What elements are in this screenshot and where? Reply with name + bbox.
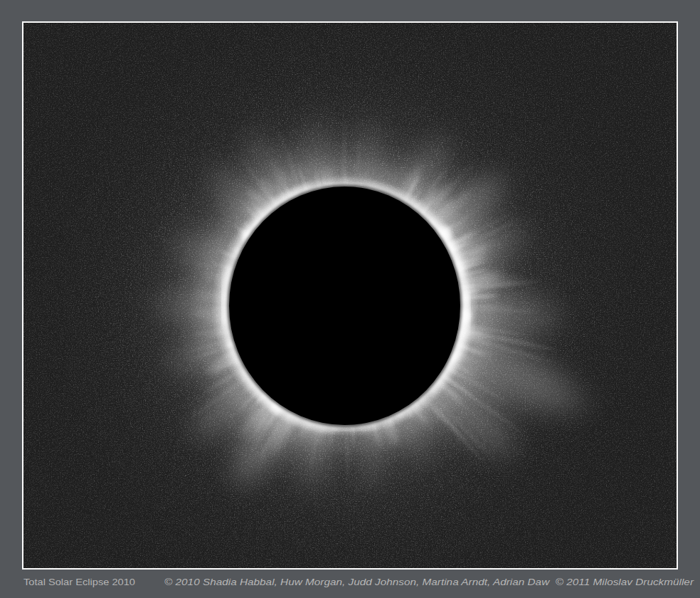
svg-text:© 2010 Shadia Habbal, Huw Morg: © 2010 Shadia Habbal, Huw Morgan, Judd J…	[164, 577, 694, 587]
svg-text:Total Solar Eclipse 2010: Total Solar Eclipse 2010	[23, 577, 135, 587]
